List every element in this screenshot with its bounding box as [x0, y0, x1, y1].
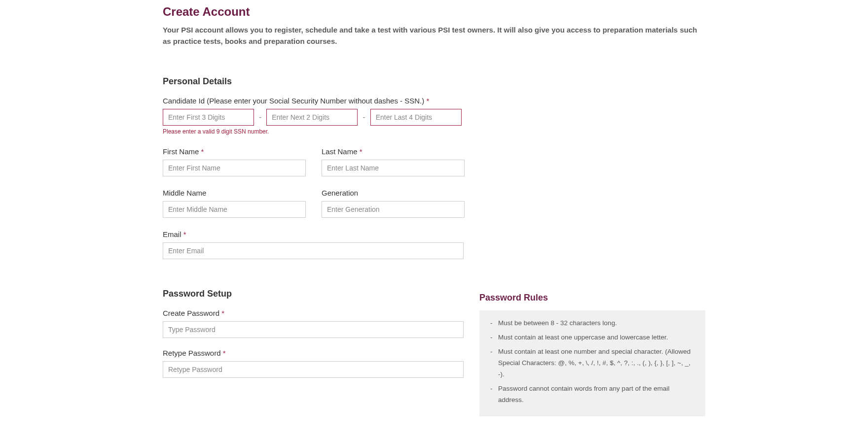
ssn-error-message: Please enter a valid 9 digit SSN number. [163, 128, 705, 135]
retype-password-input[interactable] [163, 361, 464, 378]
create-password-input[interactable] [163, 321, 464, 338]
page-description: Your PSI account allows you to register,… [163, 25, 705, 47]
middle-name-input[interactable] [163, 201, 306, 218]
email-input[interactable] [163, 242, 464, 259]
page-title: Create Account [163, 5, 705, 19]
email-label: Email * [163, 230, 464, 238]
last-name-input[interactable] [322, 160, 465, 176]
password-rules-heading: Password Rules [479, 293, 705, 303]
generation-input[interactable] [322, 201, 465, 218]
required-mark: * [360, 147, 362, 156]
ssn-last-4-input[interactable] [370, 109, 462, 126]
ssn-next-2-input[interactable] [266, 109, 358, 126]
last-name-label: Last Name * [322, 147, 465, 156]
personal-details-heading: Personal Details [163, 76, 705, 87]
required-mark: * [223, 349, 226, 357]
password-rule: Password cannot contain words from any p… [488, 383, 696, 406]
ssn-dash: - [258, 113, 262, 122]
first-name-label: First Name * [163, 147, 306, 156]
required-mark: * [221, 309, 224, 317]
required-mark: * [426, 97, 429, 105]
password-rule: Must contain at least one number and spe… [488, 346, 696, 380]
middle-name-label: Middle Name [163, 189, 306, 197]
password-setup-heading: Password Setup [163, 289, 464, 299]
first-name-input[interactable] [163, 160, 306, 176]
password-rules-box: Must be between 8 - 32 characters long. … [479, 310, 705, 416]
required-mark: * [183, 230, 186, 238]
retype-password-label: Retype Password * [163, 349, 464, 357]
create-password-label: Create Password * [163, 309, 464, 317]
password-rule: Must contain at least one uppercase and … [488, 332, 696, 343]
ssn-dash: - [362, 113, 366, 122]
ssn-first-3-input[interactable] [163, 109, 254, 126]
password-rule: Must be between 8 - 32 characters long. [488, 318, 696, 329]
candidate-id-label: Candidate Id (Please enter your Social S… [163, 97, 705, 105]
required-mark: * [201, 147, 204, 156]
generation-label: Generation [322, 189, 465, 197]
